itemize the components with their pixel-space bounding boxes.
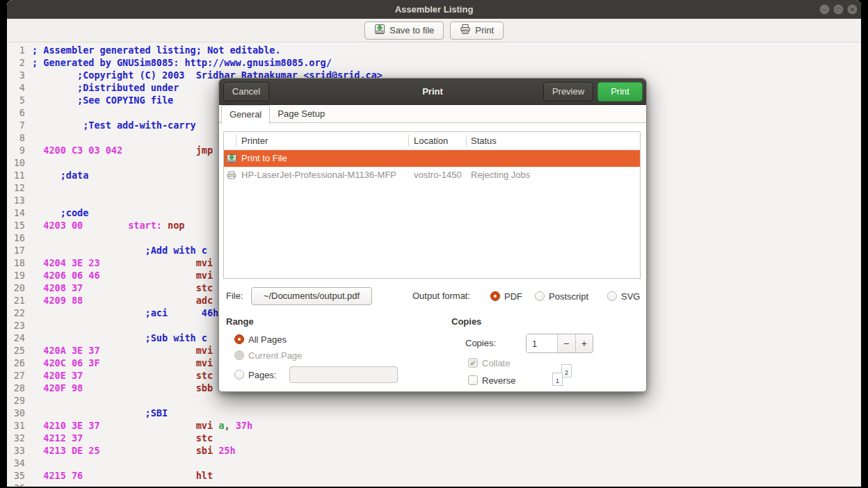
collate-option[interactable]: ✔ Collate [468,357,510,368]
close-button[interactable]: ✕ [847,4,858,15]
reverse-option[interactable]: Reverse [468,375,515,386]
radio-postscript[interactable] [535,291,545,301]
minimize-button[interactable]: − [819,4,830,15]
print-to-file-icon [226,153,237,164]
all-pages-label: All Pages [248,334,287,345]
line-number: 10 [7,156,25,169]
printer-row-print-to-file[interactable]: Print to File [224,150,640,167]
maximize-button[interactable]: □ [833,4,844,15]
listing-line: 1; Assembler generated listing; Not edit… [7,44,861,56]
printer-location: vostro-1450 [414,167,462,184]
tab-page-setup[interactable]: Page Setup [270,105,332,123]
line-number: 4 [7,81,25,94]
listing-line: 30 ;SBI [7,407,861,419]
line-number: 20 [7,282,25,294]
preview-button[interactable]: Preview [543,82,593,101]
line-code: ;Test add-with-carry [32,119,196,131]
range-all-pages[interactable]: All Pages [234,334,287,345]
radio-current-page [234,350,244,360]
line-code: 4204 3E 23 mvi [32,257,213,269]
radio-svg[interactable] [607,291,617,301]
listing-line: 32 4212 37 stc [7,432,861,444]
printer-row-hp-laserjet[interactable]: HP-LaserJet-Professional-M1136-MFP vostr… [224,167,640,184]
copies-input[interactable] [527,334,557,352]
line-number: 17 [7,244,25,257]
line-number: 23 [7,319,25,332]
titlebar[interactable]: Assembler Listing − □ ✕ [7,0,861,19]
format-option-svg[interactable]: SVG [607,291,640,302]
reverse-checkbox[interactable] [468,375,478,385]
line-code: 4213 DE 25 sbi 25h [32,444,236,457]
printer-name: HP-LaserJet-Professional-M1136-MFP [241,167,396,184]
line-code: 420C 06 3F mvi [32,357,213,369]
column-header-printer[interactable]: Printer [241,132,268,150]
radio-all-pages[interactable] [234,334,244,344]
print-icon [460,24,471,37]
range-pages[interactable]: Pages: [234,369,276,380]
save-to-file-label: Save to file [389,25,434,35]
print-button[interactable]: Print [450,22,504,40]
line-code: 4206 06 46 mvi [32,269,213,282]
pages-input[interactable] [289,366,398,383]
radio-pdf[interactable] [490,291,500,301]
line-code: 4215 76 hlt [32,469,213,482]
format-option-pdf[interactable]: PDF [490,291,522,302]
line-code: ;Distributed under [32,81,179,94]
collate-preview-page-1: 1 [552,373,563,386]
line-number: 33 [7,444,25,457]
line-code: 4208 37 stc [32,282,213,294]
save-to-file-icon [374,24,385,37]
line-code: ;aci 46h [32,307,218,319]
listing-line: 29 [7,394,861,407]
listing-line: 33 4213 DE 25 sbi 25h [7,444,861,457]
printer-name: Print to File [241,150,287,167]
line-number: 26 [7,357,25,369]
line-code: ;Sub with c [32,332,207,344]
line-number: 34 [7,457,25,469]
line-number: 15 [7,219,25,231]
line-number: 13 [7,194,25,206]
screen: Assembler Listing − □ ✕ Save to file [0,0,868,488]
range-current-page[interactable]: Current Page [234,350,302,361]
line-code: 4203 00 start: nop [32,219,184,231]
print-confirm-button[interactable]: Print [597,82,643,101]
column-header-location[interactable]: Location [414,132,448,150]
listing-line: 34 [7,457,861,469]
line-number: 14 [7,206,25,219]
line-number: 19 [7,269,25,282]
cancel-button[interactable]: Cancel [223,82,269,101]
line-number: 31 [7,419,25,432]
format-postscript-label: Postscript [549,291,588,302]
save-to-file-button[interactable]: Save to file [364,22,444,40]
column-header-status[interactable]: Status [471,132,497,150]
print-dialog: Print Cancel Preview Print General Page … [218,78,647,392]
line-code: 4210 3E 37 mvi a, 37h [32,419,252,432]
pages-label: Pages: [248,370,276,380]
collate-label: Collate [482,358,510,368]
line-code: ;Add with c [32,244,207,257]
format-pdf-label: PDF [504,291,522,302]
printer-list-header: Printer Location Status [224,132,640,150]
copies-decrement-button[interactable]: − [557,334,575,352]
format-option-postscript[interactable]: Postscript [535,291,588,302]
tab-general[interactable]: General [221,105,270,124]
copies-increment-button[interactable]: + [575,334,593,352]
line-number: 12 [7,181,25,194]
line-number: 27 [7,369,25,382]
collate-preview-page-2: 2 [561,364,572,377]
copies-count-label: Copies: [465,334,496,352]
radio-pages[interactable] [234,370,244,380]
current-page-label: Current Page [248,350,302,361]
line-number: 7 [7,119,25,131]
output-file-button[interactable]: ~/Documents/output.pdf [251,287,372,305]
copies-spinbox: − + [526,334,593,353]
line-number: 18 [7,257,25,269]
window-controls: − □ ✕ [819,4,858,15]
line-code: ;SBI [32,407,168,419]
listing-line: 2; Generated by GNUSim8085: http://www.g… [7,56,861,69]
listing-line: 35 4215 76 hlt [7,469,861,482]
file-label: File: [226,287,243,305]
line-number: 5 [7,94,25,106]
collate-checkbox: ✔ [468,358,478,368]
print-label: Print [475,25,494,35]
